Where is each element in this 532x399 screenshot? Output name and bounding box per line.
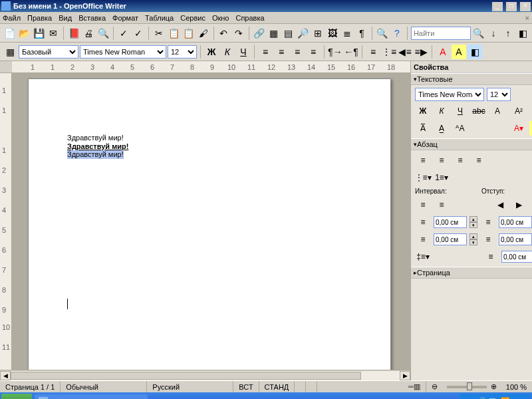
bgcolor-button[interactable]: ◧▾ — [529, 170, 532, 185]
maximize-button[interactable]: □ — [506, 2, 517, 11]
cut-button[interactable]: ✂ — [152, 26, 166, 41]
section-paragraph[interactable]: Абзац — [411, 138, 532, 150]
above-input[interactable] — [434, 216, 467, 228]
space-inc-icon[interactable]: ≡ — [415, 198, 431, 212]
side-shrink-button[interactable]: A̲ — [434, 121, 450, 136]
indent-inc-icon[interactable]: ▶ — [511, 198, 527, 212]
gallery-button[interactable]: 🖼 — [326, 26, 339, 41]
menu-view[interactable]: Вид — [59, 14, 72, 22]
status-stand[interactable]: СТАНД — [259, 381, 295, 392]
side-underline-button[interactable]: Ч — [452, 104, 468, 118]
taskbar-item-writer[interactable]: Без имени 1 - OpenOffice ... — [35, 394, 148, 399]
nonprint-button[interactable]: ¶ — [355, 26, 368, 41]
menu-window[interactable]: Окно — [212, 14, 229, 22]
side-spacing-button[interactable]: ᴬA — [452, 121, 468, 136]
format-paint-button[interactable]: 🖌 — [196, 26, 209, 41]
email-button[interactable]: ✉ — [47, 26, 60, 41]
align-left-button[interactable]: ≡ — [258, 45, 273, 59]
style-select[interactable]: Базовый — [19, 45, 78, 59]
new-button[interactable]: 📄 — [3, 26, 16, 41]
bullets-button[interactable]: ⋮≡ — [382, 45, 396, 59]
status-lang[interactable]: Русский — [147, 381, 233, 392]
undo-button[interactable]: ↶ — [217, 26, 230, 41]
autospell-button[interactable]: ✓ — [132, 26, 145, 41]
side-italic-button[interactable]: К — [434, 104, 450, 118]
side-shadow-button[interactable]: A — [489, 104, 505, 118]
pdf-button[interactable]: 📕 — [67, 26, 80, 41]
side-super-button[interactable]: A² — [511, 104, 527, 118]
arrow-down-icon[interactable]: ↓ — [487, 26, 500, 41]
menu-edit[interactable]: Правка — [27, 14, 52, 22]
right-icon[interactable]: ≡ — [480, 232, 496, 247]
redo-button[interactable]: ↷ — [232, 26, 245, 41]
highlight-icon[interactable]: ◧ — [516, 26, 529, 41]
system-tray[interactable]: RU 🔊 🛡 📶 8:24 — [460, 394, 531, 399]
italic-button[interactable]: К — [220, 45, 235, 59]
side-font-select[interactable]: Times New Roman — [415, 88, 484, 101]
view-icons[interactable]: ▫▫▥ — [403, 381, 426, 392]
above-icon[interactable]: ≡ — [415, 215, 431, 229]
vertical-ruler[interactable]: 111234567891011 — [0, 73, 12, 370]
menu-help[interactable]: Справка — [235, 14, 264, 22]
table-button[interactable]: ▦ — [267, 26, 281, 41]
scroll-left-icon[interactable]: ◀ — [0, 371, 11, 380]
menu-insert[interactable]: Вставка — [78, 14, 106, 22]
find-replace-button[interactable]: 🔎 — [297, 26, 310, 41]
bold-button[interactable]: Ж — [204, 45, 219, 59]
copy-button[interactable]: 📋 — [167, 26, 180, 41]
linespacing-button[interactable]: ‡≡▾ — [415, 249, 431, 264]
status-insert[interactable]: ВСТ — [233, 381, 259, 392]
indent-inc-button[interactable]: ≡▶ — [414, 45, 428, 59]
zoom-slider[interactable] — [447, 386, 487, 388]
print-button[interactable]: 🖨 — [82, 26, 95, 41]
scroll-right-icon[interactable]: ▶ — [400, 371, 410, 380]
side-grow-button[interactable]: A̅ — [415, 121, 431, 136]
status-style[interactable]: Обычный — [61, 381, 147, 392]
below-input[interactable] — [434, 233, 467, 245]
font-color-button[interactable]: A — [436, 45, 450, 59]
right-input[interactable] — [499, 233, 532, 245]
menu-table[interactable]: Таблица — [145, 14, 174, 22]
align-right-button[interactable]: ≡ — [452, 153, 468, 168]
section-page[interactable]: Страница — [411, 267, 532, 279]
align-center-button[interactable]: ≡ — [434, 153, 450, 168]
navigator-button[interactable]: ⊞ — [311, 26, 325, 41]
styles-button[interactable]: ▦ — [3, 45, 17, 59]
help-button[interactable]: ? — [390, 26, 404, 41]
hanging-icon[interactable]: ≡ — [529, 198, 532, 212]
side-strike-button[interactable]: abc — [471, 104, 487, 118]
firstline-icon[interactable]: ≡ — [483, 249, 499, 264]
zoom-button[interactable]: 🔍 — [376, 26, 389, 41]
close-button[interactable]: × — [520, 2, 531, 11]
preview-button[interactable]: 🔍 — [96, 26, 110, 41]
below-icon[interactable]: ≡ — [415, 232, 431, 247]
find-next-icon[interactable]: 🔍 — [472, 26, 485, 41]
highlight-button[interactable]: A — [452, 45, 466, 59]
section-text[interactable]: Текстовые — [411, 73, 532, 85]
ltr-button[interactable]: ¶→ — [328, 45, 342, 59]
size-select[interactable]: 12 — [168, 45, 197, 59]
left-icon[interactable]: ≡ — [480, 215, 496, 229]
left-input[interactable] — [499, 216, 532, 228]
status-sig[interactable] — [306, 381, 317, 392]
document-page[interactable]: Здравствуй мир! Здравствуй мир! Здравств… — [28, 78, 391, 370]
align-center-button[interactable]: ≡ — [274, 45, 289, 59]
underline-button[interactable]: Ч — [236, 45, 251, 59]
side-highlight-button[interactable]: A▾ — [529, 121, 532, 136]
link-button[interactable]: 🔗 — [252, 26, 265, 41]
save-button[interactable]: 💾 — [32, 26, 45, 41]
bg-color-button[interactable]: ◧ — [467, 45, 482, 59]
side-bold-button[interactable]: Ж — [415, 104, 431, 118]
arrow-up-icon[interactable]: ↑ — [501, 26, 515, 41]
spell-button[interactable]: ✓ — [117, 26, 130, 41]
horizontal-ruler[interactable]: 1123456789101112131415161718 — [0, 61, 410, 73]
find-input[interactable] — [411, 27, 471, 40]
align-justify-button[interactable]: ≡ — [306, 45, 321, 59]
space-dec-icon[interactable]: ≡ — [434, 198, 450, 212]
horizontal-scrollbar[interactable]: ◀ ▶ — [0, 370, 410, 380]
minimize-button[interactable]: _ — [492, 2, 503, 11]
indent-dec-button[interactable]: ◀≡ — [398, 45, 412, 59]
open-button[interactable]: 📂 — [17, 26, 31, 41]
side-size-select[interactable]: 12 — [487, 88, 511, 101]
menu-tools[interactable]: Сервис — [180, 14, 205, 22]
